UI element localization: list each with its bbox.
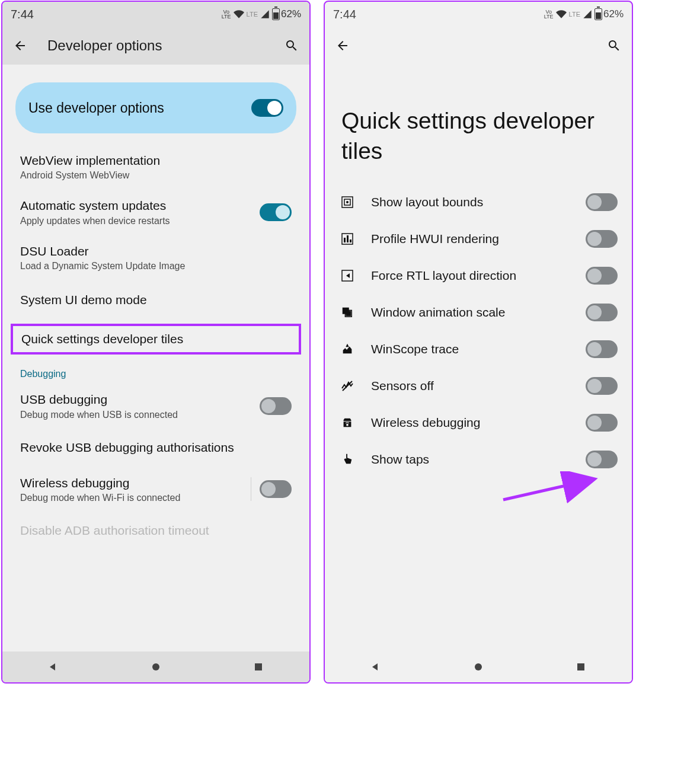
tile-label: Profile HWUI rendering	[371, 232, 570, 246]
tile-sensors[interactable]: Sensors off	[325, 368, 632, 404]
tile-switch-hwui[interactable]	[586, 230, 618, 248]
svg-rect-8	[350, 240, 351, 242]
tile-wireless[interactable]: Wireless debugging	[325, 404, 632, 441]
rtl-icon	[339, 269, 356, 283]
usb-debugging-switch[interactable]	[260, 397, 292, 415]
back-icon[interactable]	[13, 39, 27, 53]
row-auto-updates[interactable]: Automatic system updates Apply updates w…	[2, 189, 309, 234]
tile-label: Wireless debugging	[371, 416, 570, 430]
divider	[251, 477, 251, 501]
app-header: Developer options	[2, 27, 309, 65]
tile-label: Force RTL layout direction	[371, 269, 570, 283]
tile-label: Show taps	[371, 452, 570, 467]
svg-line-15	[503, 480, 592, 500]
app-header	[325, 27, 632, 65]
battery-pct: 62%	[281, 8, 301, 20]
phone-right: 7:44 Vo LTE LTE 62% Quick settings devel…	[324, 1, 633, 684]
master-switch[interactable]	[251, 99, 283, 117]
sensors-icon	[339, 379, 356, 393]
clock: 7:44	[333, 8, 356, 21]
status-icons: Vo LTE LTE 62%	[222, 8, 301, 20]
tile-label: Window animation scale	[371, 305, 570, 320]
wifi-icon	[556, 9, 567, 20]
svg-point-4	[346, 201, 349, 203]
back-icon[interactable]	[335, 39, 350, 53]
row-title: DSU Loader	[20, 243, 292, 260]
tile-switch-anim[interactable]	[586, 304, 618, 321]
volte-icon: Vo LTE	[544, 9, 554, 19]
battery-icon: 62%	[594, 8, 624, 20]
row-wireless-debugging[interactable]: Wireless debugging Debug mode when Wi-Fi…	[2, 467, 309, 512]
tile-switch-taps[interactable]	[586, 451, 618, 468]
hwui-icon	[339, 232, 356, 246]
tile-switch-sensors[interactable]	[586, 377, 618, 395]
row-subtitle: Debug mode when Wi-Fi is connected	[20, 493, 242, 503]
svg-rect-17	[577, 663, 584, 670]
nav-back-icon[interactable]	[46, 660, 60, 674]
search-icon[interactable]	[607, 39, 621, 53]
svg-point-16	[475, 663, 482, 670]
nav-bar	[325, 652, 632, 682]
row-subtitle: Apply updates when device restarts	[20, 216, 260, 226]
svg-rect-12	[346, 311, 351, 317]
taps-icon	[339, 453, 356, 466]
nav-bar	[2, 652, 309, 682]
tile-switch-rtl[interactable]	[586, 267, 618, 285]
row-title: Automatic system updates	[20, 197, 260, 214]
master-switch-label: Use developer options	[28, 100, 164, 116]
master-switch-card[interactable]: Use developer options	[15, 82, 296, 133]
auto-updates-switch[interactable]	[260, 203, 292, 221]
tile-layout-bounds[interactable]: Show layout bounds	[325, 184, 632, 221]
row-subtitle: Debug mode when USB is connected	[20, 410, 260, 420]
tile-label: WinScope trace	[371, 342, 570, 356]
tile-label: Sensors off	[371, 379, 570, 393]
content: Quick settings developer tiles Show layo…	[325, 65, 632, 652]
tile-switch-wireless[interactable]	[586, 414, 618, 432]
wireless-icon	[339, 416, 356, 429]
section-debugging: Debugging	[2, 358, 309, 383]
row-usb-debugging[interactable]: USB debugging Debug mode when USB is con…	[2, 383, 309, 428]
tile-winscope[interactable]: WinScope trace	[325, 331, 632, 368]
row-subtitle: Load a Dynamic System Update Image	[20, 261, 292, 272]
row-title: WebView implementation	[20, 152, 292, 169]
row-webview[interactable]: WebView implementation Android System We…	[2, 144, 309, 189]
row-title: Disable ADB authorisation timeout	[20, 522, 292, 539]
status-bar: 7:44 Vo LTE LTE 62%	[325, 2, 632, 27]
wireless-debugging-switch[interactable]	[260, 480, 292, 498]
tile-taps[interactable]: Show taps	[325, 441, 632, 478]
search-icon[interactable]	[285, 39, 299, 53]
row-disable-adb[interactable]: Disable ADB authorisation timeout	[2, 512, 309, 547]
nav-home-icon[interactable]	[471, 660, 485, 674]
row-quick-settings-tiles[interactable]: Quick settings developer tiles	[11, 324, 301, 355]
nav-home-icon[interactable]	[149, 660, 163, 674]
layout-bounds-icon	[339, 195, 356, 209]
page-title: Quick settings developer tiles	[325, 65, 632, 184]
row-title: Revoke USB debugging authorisations	[20, 439, 292, 456]
signal-icon	[260, 9, 270, 19]
status-bar: 7:44 Vo LTE LTE 62%	[2, 2, 309, 27]
battery-icon: 62%	[272, 8, 301, 20]
svg-point-14	[346, 424, 349, 426]
signal-icon	[583, 9, 592, 19]
row-revoke-usb[interactable]: Revoke USB debugging authorisations	[2, 429, 309, 467]
row-demo[interactable]: System UI demo mode	[2, 280, 309, 320]
volte-icon: Vo LTE	[222, 9, 231, 19]
row-dsu[interactable]: DSU Loader Load a Dynamic System Update …	[2, 235, 309, 280]
tile-rtl[interactable]: Force RTL layout direction	[325, 257, 632, 294]
nav-recents-icon[interactable]	[574, 660, 588, 674]
tile-anim[interactable]: Window animation scale	[325, 294, 632, 331]
svg-rect-7	[347, 235, 349, 242]
svg-rect-6	[344, 238, 346, 242]
lte-icon: LTE	[569, 11, 580, 18]
nav-back-icon[interactable]	[369, 660, 383, 674]
anim-icon	[339, 306, 356, 319]
tile-label: Show layout bounds	[371, 195, 570, 209]
tile-switch-layout-bounds[interactable]	[586, 193, 618, 211]
winscope-icon	[339, 343, 356, 356]
nav-recents-icon[interactable]	[251, 660, 266, 674]
row-title: System UI demo mode	[20, 292, 292, 308]
tile-hwui[interactable]: Profile HWUI rendering	[325, 221, 632, 257]
tile-switch-winscope[interactable]	[586, 340, 618, 358]
status-icons: Vo LTE LTE 62%	[544, 8, 624, 20]
phone-left: 7:44 Vo LTE LTE 62% Developer options Us	[1, 1, 311, 684]
